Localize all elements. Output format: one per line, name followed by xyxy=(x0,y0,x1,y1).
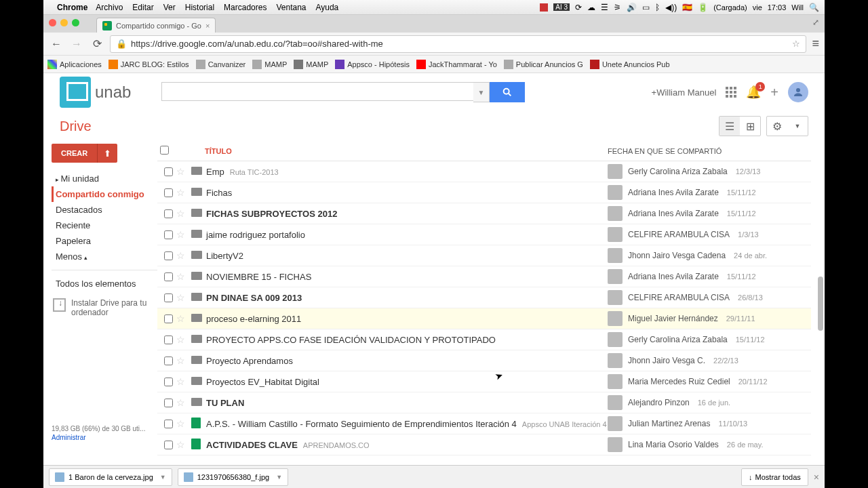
file-row[interactable]: ☆TU PLANAlejandro Pinzon16 de jun. xyxy=(157,392,811,413)
bookmark-item[interactable]: Aplicaciones xyxy=(60,60,102,68)
create-button[interactable]: CREAR xyxy=(52,144,97,163)
chrome-menu-icon[interactable]: ≡ xyxy=(812,37,819,51)
scrollbar[interactable] xyxy=(818,277,823,331)
wifi-icon[interactable]: ⚞ xyxy=(614,3,621,12)
bookmark-item[interactable]: Canvanizer xyxy=(196,60,246,69)
row-checkbox[interactable] xyxy=(164,167,173,176)
close-download-bar[interactable]: × xyxy=(814,472,819,483)
file-row[interactable]: ☆A.P.S. - William Castillo - Formato Seg… xyxy=(157,413,811,434)
app-name[interactable]: Chrome xyxy=(57,3,87,12)
file-row[interactable]: ☆LibertyV2Jhonn Jairo Vesga Cadena24 de … xyxy=(157,245,811,266)
menu-ventana[interactable]: Ventana xyxy=(276,3,306,12)
address-bar[interactable]: 🔒 https://drive.google.com/a/unab.edu.co… xyxy=(110,35,806,53)
star-icon[interactable]: ☆ xyxy=(176,355,191,366)
dropbox-icon[interactable]: ☁ xyxy=(587,3,595,12)
nav-compartido[interactable]: Compartido conmigo xyxy=(52,186,157,202)
spotlight-icon[interactable]: 🔍 xyxy=(809,3,819,12)
star-icon[interactable]: ☆ xyxy=(176,334,191,345)
bookmark-item[interactable]: JARC BLOG: Estilos xyxy=(108,60,189,69)
apps-grid-icon[interactable] xyxy=(726,87,736,98)
row-checkbox[interactable] xyxy=(164,230,173,239)
row-checkbox[interactable] xyxy=(164,399,173,407)
header-fecha[interactable]: FECHA EN QUE SE COMPARTIÓ xyxy=(608,147,722,155)
share-plus-icon[interactable]: + xyxy=(770,85,778,100)
fullscreen-icon[interactable]: ⤢ xyxy=(812,18,819,27)
file-row[interactable]: ☆jaime rodriguez portafolioCELFIRE ARAMB… xyxy=(157,224,811,245)
sound-icon[interactable]: ◀)) xyxy=(665,3,677,12)
settings-dropdown-icon[interactable]: ▼ xyxy=(787,117,808,136)
nav-papelera[interactable]: Papelera xyxy=(52,233,157,249)
bluetooth-icon[interactable]: ᛒ xyxy=(655,3,660,12)
storage-manage-link[interactable]: Administrar xyxy=(52,434,86,441)
search-input[interactable] xyxy=(161,82,473,101)
nav-mi-unidad[interactable]: Mi unidad xyxy=(52,171,157,186)
download-item[interactable]: 1 Baron de la cerveza.jpg ▼ xyxy=(49,468,172,486)
row-checkbox[interactable] xyxy=(164,378,173,386)
account-avatar[interactable] xyxy=(788,82,808,102)
search-button[interactable] xyxy=(490,82,525,102)
bookmark-item[interactable]: Publicar Anuncios G xyxy=(504,60,583,69)
file-row[interactable]: ☆PN DINAE SA 009 2013CELFIRE ARAMBULA CI… xyxy=(157,287,811,308)
menu-ayuda[interactable]: Ayuda xyxy=(315,3,338,12)
row-checkbox[interactable] xyxy=(164,251,173,260)
tab-close-icon[interactable]: × xyxy=(205,22,210,30)
volume-icon[interactable]: 🔊 xyxy=(627,3,637,12)
menu-editar[interactable]: Editar xyxy=(132,3,153,12)
back-button[interactable]: ← xyxy=(49,38,64,50)
star-icon[interactable]: ☆ xyxy=(176,292,191,303)
star-icon[interactable]: ☆ xyxy=(176,376,191,387)
star-icon[interactable]: ☆ xyxy=(176,166,191,177)
row-checkbox[interactable] xyxy=(164,272,173,281)
window-minimize[interactable] xyxy=(60,19,68,26)
status-icon[interactable] xyxy=(540,3,548,12)
ai-badge[interactable]: AI 3 xyxy=(553,3,570,11)
star-icon[interactable]: ☆ xyxy=(176,313,191,324)
row-checkbox[interactable] xyxy=(164,314,173,323)
reload-button[interactable]: ⟳ xyxy=(90,37,104,50)
bookmark-star-icon[interactable]: ☆ xyxy=(792,39,800,49)
settings-gear-icon[interactable]: ⚙ xyxy=(767,117,787,136)
file-row[interactable]: ☆EmpRuta TIC-2013Gerly Carolina Ariza Za… xyxy=(157,161,811,182)
bookmark-item[interactable]: Unete Anuncios Pub xyxy=(590,60,670,69)
star-icon[interactable]: ☆ xyxy=(176,439,191,450)
download-menu-icon[interactable]: ▼ xyxy=(276,474,282,481)
nav-destacados[interactable]: Destacados xyxy=(52,202,157,218)
upload-button[interactable]: ⬆ xyxy=(97,144,117,163)
bookmark-item[interactable]: Appsco - Hipótesis xyxy=(335,60,410,69)
user-plus-link[interactable]: +William Manuel xyxy=(652,87,717,98)
nav-reciente[interactable]: Reciente xyxy=(52,218,157,233)
download-menu-icon[interactable]: ▼ xyxy=(160,474,166,481)
view-list-button[interactable]: ☰ xyxy=(719,117,740,136)
menu-ver[interactable]: Ver xyxy=(163,3,176,12)
star-icon[interactable]: ☆ xyxy=(176,397,191,408)
file-row[interactable]: ☆FichasAdriana Ines Avila Zarate15/11/12 xyxy=(157,182,811,203)
file-row[interactable]: ☆ACTIVIDADES CLAVEAPRENDAMOS.COLina Mari… xyxy=(157,434,811,455)
window-close[interactable] xyxy=(49,19,56,26)
cloud-icon[interactable]: ☰ xyxy=(601,3,608,12)
row-checkbox[interactable] xyxy=(164,293,173,302)
file-row[interactable]: ☆Proyectos EV_Habitat DigitalMaria Merce… xyxy=(157,371,811,392)
install-drive[interactable]: Instalar Drive para tu ordenador xyxy=(52,298,157,317)
row-checkbox[interactable] xyxy=(164,336,173,344)
flag-icon[interactable]: 🇪🇸 xyxy=(682,3,692,12)
header-titulo[interactable]: TÍTULO xyxy=(205,147,232,155)
file-row[interactable]: ☆Proyecto AprendamosJhonn Jairo Vesga C.… xyxy=(157,350,811,371)
show-all-downloads[interactable]: ↓ Mostrar todas xyxy=(741,468,808,486)
file-row[interactable]: ☆proceso e-elarning 2011Miguel Javier He… xyxy=(157,308,811,329)
bookmark-item[interactable]: JackThammarat - Yo xyxy=(416,60,497,69)
row-checkbox[interactable] xyxy=(164,420,173,428)
browser-tab[interactable]: Compartido conmigo - Go × xyxy=(96,18,216,33)
row-checkbox[interactable] xyxy=(164,357,173,365)
select-all-checkbox[interactable] xyxy=(160,146,169,155)
star-icon[interactable]: ☆ xyxy=(176,229,191,240)
nav-menos[interactable]: Menos xyxy=(52,249,157,264)
window-maximize[interactable] xyxy=(72,19,79,26)
menu-historial[interactable]: Historial xyxy=(185,3,214,12)
sync-icon[interactable]: ⟳ xyxy=(575,3,582,12)
file-row[interactable]: ☆NOVIEMBRE 15 - FICHASAdriana Ines Avila… xyxy=(157,266,811,287)
row-checkbox[interactable] xyxy=(164,209,173,218)
bookmark-item[interactable]: MAMP xyxy=(294,60,328,69)
forward-button[interactable]: → xyxy=(69,38,84,50)
org-logo[interactable]: unab xyxy=(60,77,134,108)
drive-title[interactable]: Drive xyxy=(60,119,92,134)
